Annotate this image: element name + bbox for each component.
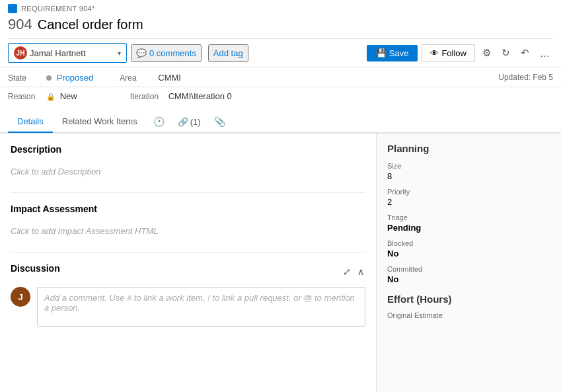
discussion-title: Discussion (11, 263, 60, 274)
comments-button[interactable]: 💬 0 comments (131, 44, 202, 62)
blocked-field: Blocked No (387, 239, 550, 258)
follow-label: Follow (441, 48, 467, 58)
avatar: JH (14, 46, 27, 59)
work-item-type-icon (8, 4, 17, 13)
save-label: Save (389, 48, 409, 58)
assigned-to-name: Jamal Hartnett (30, 48, 115, 58)
comments-count: 0 comments (149, 48, 196, 58)
triage-value: Pending (387, 223, 550, 233)
size-label: Size (387, 162, 550, 170)
iteration-value: CMMI\Iteration 0 (168, 91, 232, 101)
discussion-section: Discussion ⤢ ∧ J Add a comment. Use # to… (11, 263, 365, 327)
collapse-discussion-button[interactable]: ∧ (356, 265, 365, 278)
description-section: Description Click to add Description (11, 144, 365, 182)
undo-button[interactable]: ↶ (517, 44, 533, 62)
size-value: 8 (387, 171, 550, 181)
comment-icon: 💬 (136, 48, 147, 58)
comment-input[interactable]: Add a comment. Use # to link a work item… (37, 287, 365, 327)
eye-icon: 👁 (430, 48, 439, 58)
impact-section: Impact Assessment Click to add Impact As… (11, 204, 365, 241)
blocked-value: No (387, 249, 550, 258)
main-panel: Description Click to add Description Imp… (0, 134, 376, 392)
attachments-tab-button[interactable]: 📎 (207, 112, 232, 131)
original-estimate-label: Original Estimate (387, 311, 550, 319)
settings-button[interactable]: ⚙ (479, 44, 494, 62)
effort-title: Effort (Hours) (387, 294, 550, 305)
tab-details[interactable]: Details (8, 111, 53, 133)
tab-related-work-items[interactable]: Related Work Items (53, 111, 147, 133)
reason-value: New (60, 91, 77, 101)
triage-label: Triage (387, 214, 550, 221)
impact-title: Impact Assessment (11, 204, 365, 214)
description-input[interactable]: Click to add Description (11, 161, 365, 182)
committed-label: Committed (387, 265, 550, 273)
triage-field: Triage Pending (387, 214, 550, 233)
area-label: Area (120, 73, 153, 83)
lock-icon: 🔒 (46, 93, 56, 100)
original-estimate-field: Original Estimate (387, 311, 550, 319)
work-item-title: Cancel order form (38, 17, 143, 32)
size-field: Size 8 (387, 162, 550, 181)
chevron-down-icon: ▾ (118, 50, 121, 57)
committed-field: Committed No (387, 265, 550, 284)
follow-button[interactable]: 👁 Follow (422, 44, 475, 62)
link-icon: 🔗 (178, 117, 188, 127)
history-tab-button[interactable]: 🕐 (147, 112, 171, 131)
expand-discussion-button[interactable]: ⤢ (342, 265, 352, 278)
assigned-to-dropdown[interactable]: JH Jamal Hartnett ▾ (8, 43, 127, 63)
links-tab-button[interactable]: 🔗 (1) (171, 113, 207, 131)
right-panel: Planning Size 8 Priority 2 Triage Pendin… (376, 134, 561, 392)
reason-label: Reason (8, 92, 41, 101)
description-title: Description (11, 144, 365, 155)
area-value: CMMI (158, 73, 181, 83)
breadcrumb: REQUIREMENT 904* (21, 5, 95, 13)
save-icon: 💾 (376, 48, 387, 58)
priority-value: 2 (387, 197, 550, 207)
impact-input[interactable]: Click to add Impact Assessment HTML (11, 221, 365, 241)
refresh-button[interactable]: ↻ (498, 44, 513, 62)
priority-field: Priority 2 (387, 188, 550, 207)
planning-title: Planning (387, 143, 550, 154)
more-options-button[interactable]: … (537, 44, 553, 62)
blocked-label: Blocked (387, 239, 550, 247)
state-value: Proposed (57, 73, 94, 83)
priority-label: Priority (387, 188, 550, 196)
user-avatar: J (11, 287, 30, 307)
work-item-id: 904 (8, 16, 32, 33)
save-button[interactable]: 💾 Save (367, 45, 418, 61)
state-label: State (8, 73, 41, 83)
committed-value: No (387, 274, 550, 284)
add-tag-button[interactable]: Add tag (208, 44, 248, 62)
updated-text: Updated: Feb 5 (498, 73, 553, 82)
state-dot (46, 75, 52, 81)
iteration-label: Iteration (130, 92, 163, 101)
